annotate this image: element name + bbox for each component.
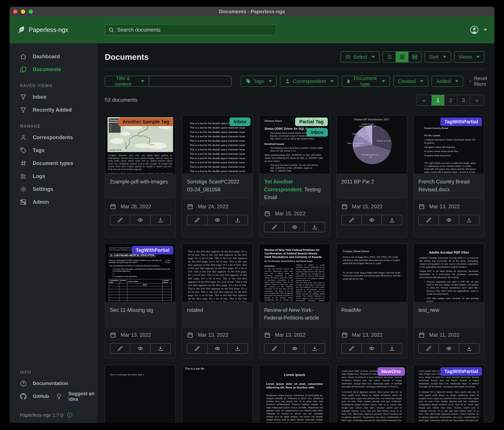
- view-document-button[interactable]: [439, 215, 459, 225]
- info-icon[interactable]: [67, 412, 72, 418]
- view-document-button[interactable]: [284, 343, 305, 354]
- edit-document-button[interactable]: [264, 343, 285, 354]
- added-filter-button[interactable]: Added: [432, 76, 463, 87]
- tag-badge[interactable]: TagWithPartial: [440, 367, 482, 376]
- minimize-window-button[interactable]: [21, 9, 25, 14]
- sidebar-item-dashboard[interactable]: Dashboard: [9, 50, 98, 63]
- view-list-button[interactable]: [383, 52, 396, 62]
- pagination-page-3[interactable]: 3: [457, 95, 470, 105]
- edit-document-button[interactable]: [264, 222, 285, 232]
- document-title[interactable]: rotated: [187, 306, 248, 314]
- document-thumbnail[interactable]: This is a multi page document. Page 1.: [105, 365, 175, 423]
- reset-filters-button[interactable]: Reset filters: [469, 75, 489, 87]
- document-thumbnail[interactable]: Patient BP Distribution 2011Normal, 151,…: [337, 115, 407, 174]
- tag-list: TagWithPartial: [132, 246, 173, 254]
- document-title[interactable]: French Country Bread Revised.docx: [418, 178, 479, 194]
- pagination-prev-button[interactable]: «: [417, 95, 432, 105]
- pagination-next-button[interactable]: »: [470, 95, 484, 105]
- sort-button[interactable]: Sort: [424, 51, 451, 62]
- zoom-window-button[interactable]: [29, 9, 33, 14]
- app-brand[interactable]: Paperless-ngx: [17, 26, 68, 34]
- sidebar-item-documentation[interactable]: Documentation: [9, 377, 98, 390]
- edit-document-button[interactable]: [341, 343, 362, 354]
- document-title[interactable]: Yet Another Correspondent: Testing Email: [264, 178, 325, 201]
- sidebar-item-github[interactable]: GitHub: [9, 390, 49, 403]
- sidebar-item-tags[interactable]: Tags: [9, 144, 98, 157]
- sidebar-item-document-types[interactable]: Document types: [9, 157, 98, 170]
- download-document-button[interactable]: [382, 343, 402, 354]
- document-correspondent-link[interactable]: Yet Another Correspondent: [264, 179, 301, 193]
- download-document-button[interactable]: [227, 343, 248, 354]
- correspondent-filter-button[interactable]: Correspondent: [280, 76, 338, 87]
- view-document-button[interactable]: [284, 222, 305, 232]
- document-thumbnail[interactable]: This is the text that appears on the fir…: [182, 244, 252, 302]
- sidebar-item-settings[interactable]: Settings: [9, 183, 98, 196]
- tag-badge[interactable]: TagWithPartial: [132, 246, 173, 254]
- view-document-button[interactable]: [439, 343, 459, 354]
- download-document-button[interactable]: [382, 215, 402, 225]
- download-document-button[interactable]: [305, 343, 325, 354]
- edit-document-button[interactable]: [418, 215, 439, 225]
- views-button[interactable]: Views: [454, 51, 484, 62]
- view-document-button[interactable]: [130, 215, 150, 225]
- view-document-button[interactable]: [207, 343, 228, 354]
- download-document-button[interactable]: [459, 343, 479, 354]
- edit-document-button[interactable]: [110, 343, 130, 354]
- document-title[interactable]: 2011 BP Pie 2: [341, 178, 402, 186]
- document-title[interactable]: Sonstige ScanPC2022 03-24_081058: [187, 178, 248, 194]
- document-thumbnail[interactable]: This is a test file.: [182, 365, 252, 423]
- view-document-button[interactable]: [207, 215, 228, 225]
- tag-badge[interactable]: Partial Tag: [295, 118, 328, 126]
- sidebar-item-logs[interactable]: Logs: [9, 170, 98, 183]
- title-content-input[interactable]: [149, 76, 232, 87]
- sidebar-item-admin[interactable]: Admin: [9, 196, 98, 208]
- view-grid-button[interactable]: [396, 52, 408, 62]
- edit-document-button[interactable]: [418, 343, 439, 354]
- created-filter-button[interactable]: Created: [393, 76, 428, 87]
- document-thumbnail[interactable]: Review of New York Federal Petitions for…: [259, 244, 330, 302]
- pagination-page-1[interactable]: 1: [432, 95, 444, 105]
- download-document-button[interactable]: [227, 215, 248, 225]
- download-document-button[interactable]: [305, 222, 325, 232]
- tag-badge[interactable]: TagWithPartial: [440, 118, 482, 126]
- view-document-button[interactable]: [130, 343, 150, 354]
- view-detail-button[interactable]: [408, 52, 421, 62]
- sidebar-item-documents[interactable]: Documents: [9, 63, 98, 76]
- select-button[interactable]: Select: [341, 51, 380, 62]
- chevron-down-icon: [420, 80, 423, 82]
- download-document-button[interactable]: [459, 215, 479, 225]
- document-title[interactable]: Review-of-New-York-Federal-Petitions-art…: [264, 306, 325, 322]
- edit-document-button[interactable]: [187, 343, 207, 354]
- tag-badge[interactable]: Another Sample Tag: [118, 118, 173, 126]
- document-thumbnail[interactable]: Contact Sheet DemoGiven a set of image f…: [337, 244, 407, 302]
- document-title[interactable]: 2sample-pdf-with-images: [110, 178, 171, 186]
- view-document-button[interactable]: [361, 215, 382, 225]
- document-title[interactable]: ReadMe: [341, 306, 402, 314]
- close-window-button[interactable]: [13, 9, 18, 14]
- edit-document-button[interactable]: [110, 215, 130, 225]
- tag-badge[interactable]: Inbox: [230, 118, 251, 126]
- download-document-button[interactable]: [150, 343, 171, 354]
- edit-document-button[interactable]: [341, 215, 362, 225]
- document-thumbnail[interactable]: Adobe Acrobat PDF FilesAdobe® Portable D…: [414, 244, 484, 302]
- document-type-filter-button[interactable]: Document type: [342, 76, 390, 87]
- sidebar-item-inbox[interactable]: Inbox: [9, 91, 98, 103]
- title-content-filter-button[interactable]: Title & content: [105, 76, 149, 87]
- tags-filter-button[interactable]: Tags: [241, 76, 277, 87]
- tag-badge[interactable]: NewOne: [378, 367, 405, 376]
- download-document-button[interactable]: [150, 215, 171, 225]
- pagination-page-2[interactable]: 2: [444, 95, 457, 105]
- user-menu[interactable]: [470, 25, 487, 35]
- search-input[interactable]: [117, 27, 272, 33]
- sidebar-item-label: Document types: [33, 160, 73, 166]
- document-thumbnail[interactable]: Lorem ipsumLorem ipsum dolor sit amet, c…: [259, 365, 330, 423]
- edit-document-button[interactable]: [187, 215, 207, 225]
- sidebar-item-suggest-idea[interactable]: Suggest an idea: [49, 390, 98, 403]
- document-date-text: Mar 15, 2022: [352, 204, 383, 210]
- sidebar-item-recently-added[interactable]: Recently Added: [9, 103, 98, 116]
- sidebar-item-correspondents[interactable]: Correspondents: [9, 131, 98, 144]
- tag-badge[interactable]: Inbox: [307, 128, 328, 137]
- document-title[interactable]: Sec 11-Missing sig: [110, 306, 171, 314]
- view-document-button[interactable]: [361, 343, 382, 354]
- document-title[interactable]: test_new: [418, 306, 479, 314]
